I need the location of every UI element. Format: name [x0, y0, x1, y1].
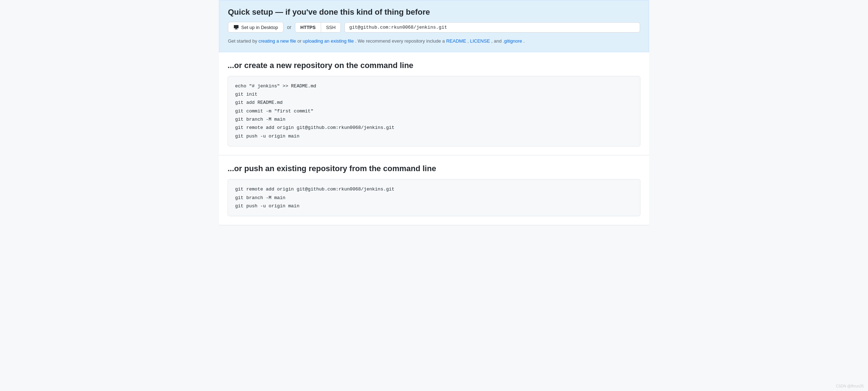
hint-text-3: . We recommend every repository include …	[355, 38, 446, 44]
code-line: git branch -M main	[235, 194, 633, 202]
repo-url-input[interactable]	[344, 22, 640, 33]
hint-link-readme[interactable]: README	[446, 38, 466, 44]
hint-text-2: or	[297, 38, 303, 44]
or-separator: or	[287, 24, 291, 30]
quick-setup-section: Quick setup — if you've done this kind o…	[219, 0, 649, 52]
code-line: git commit -m "first commit"	[235, 107, 633, 115]
code-block-push[interactable]: git remote add origin git@github.com:rku…	[228, 179, 640, 216]
code-line: git init	[235, 90, 633, 98]
setup-hint: Get started by creating a new file or up…	[228, 38, 640, 45]
setup-desktop-button[interactable]: Set up in Desktop	[228, 22, 283, 33]
https-button[interactable]: HTTPS	[295, 23, 321, 32]
hint-text-6: .	[523, 38, 525, 44]
setup-controls: Set up in Desktop or HTTPS SSH	[228, 22, 640, 33]
code-line: git add README.md	[235, 98, 633, 107]
hint-link-gitignore[interactable]: .gitignore	[503, 38, 522, 44]
quick-setup-title: Quick setup — if you've done this kind o…	[228, 8, 640, 17]
desktop-icon	[233, 24, 239, 30]
hint-link-license[interactable]: LICENSE	[470, 38, 490, 44]
code-line: git remote add origin git@github.com:rku…	[235, 185, 633, 193]
code-line: git branch -M main	[235, 115, 633, 124]
hint-link-uploading[interactable]: uploading an existing file	[303, 38, 354, 44]
section-push-existing: ...or push an existing repository from t…	[219, 155, 649, 225]
setup-desktop-label: Set up in Desktop	[241, 25, 278, 30]
protocol-group: HTTPS SSH	[295, 22, 341, 33]
code-line: git push -u origin main	[235, 202, 633, 210]
code-line: git remote add origin git@github.com:rku…	[235, 124, 633, 132]
watermark: CSDN @lfhrun35	[836, 384, 864, 388]
section-create-new: ...or create a new repository on the com…	[219, 52, 649, 156]
code-line: git push -u origin main	[235, 132, 633, 140]
ssh-button[interactable]: SSH	[321, 23, 341, 32]
code-line: echo "# jenkins" >> README.md	[235, 82, 633, 90]
page-container: Quick setup — if you've done this kind o…	[219, 0, 649, 225]
hint-text-1: Get started by	[228, 38, 258, 44]
hint-text-5: , and	[491, 38, 503, 44]
code-block-create[interactable]: echo "# jenkins" >> README.mdgit initgit…	[228, 76, 640, 147]
hint-link-creating[interactable]: creating a new file	[258, 38, 296, 44]
section-push-title: ...or push an existing repository from t…	[228, 164, 640, 173]
main-content: ...or create a new repository on the com…	[219, 52, 649, 226]
section-create-title: ...or create a new repository on the com…	[228, 61, 640, 70]
